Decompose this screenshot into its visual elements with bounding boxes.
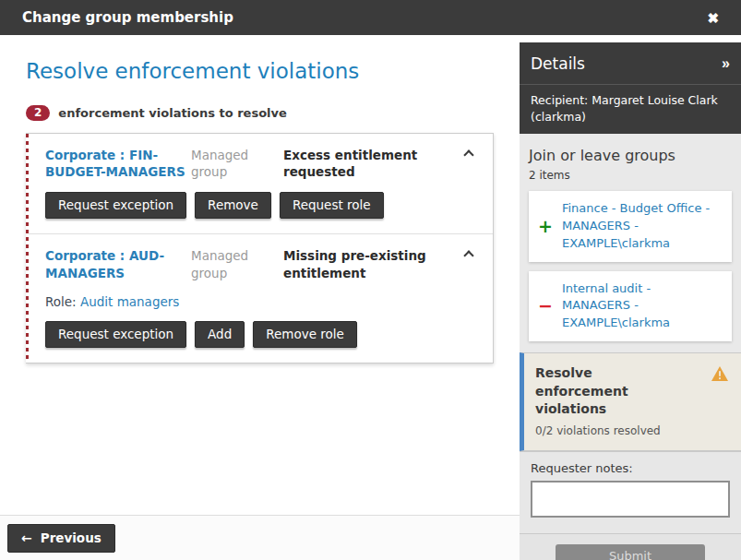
submit-bar: Submit: [520, 533, 741, 560]
back-arrow-icon: ←: [21, 530, 32, 545]
groups-section-title: Join or leave groups: [529, 147, 732, 164]
violation-message: Missing pre-existing entitlement: [283, 247, 460, 280]
violations-resolved-status: 0/2 violations resolved: [535, 424, 730, 437]
violation-message: Excess entitlement requested: [283, 147, 460, 180]
details-header: Details »: [520, 42, 741, 85]
collapse-violation-button[interactable]: [460, 247, 478, 262]
join-leave-groups-section: Join or leave groups 2 items + Finance -…: [520, 134, 741, 352]
add-button[interactable]: Add: [195, 321, 245, 348]
titlebar: Change group membership ✖: [0, 0, 741, 35]
violation-header: Corporate : FIN-BUDGET-MANAGERS Managed …: [45, 147, 478, 180]
chevron-up-icon: [463, 149, 473, 160]
dialog-body: Resolve enforcement violations 2 enforce…: [0, 35, 741, 560]
submit-button[interactable]: Submit: [556, 544, 705, 560]
request-exception-button[interactable]: Request exception: [45, 321, 186, 348]
close-icon: ✖: [707, 10, 719, 26]
resolve-violations-card[interactable]: Resolve enforcement violations 0/2 viola…: [520, 352, 741, 451]
group-link[interactable]: Corporate : FIN-BUDGET-MANAGERS: [45, 147, 191, 180]
violations-list: Corporate : FIN-BUDGET-MANAGERS Managed …: [26, 133, 494, 363]
collapse-sidebar-button[interactable]: »: [722, 55, 730, 72]
role-label: Role:: [45, 294, 77, 309]
main-column: Resolve enforcement violations 2 enforce…: [0, 35, 520, 560]
violation-header: Corporate : AUD-MANAGERS Managed group M…: [45, 247, 478, 280]
footer-bar: ← Previous: [0, 515, 520, 560]
violation-actions: Request exception Remove Request role: [45, 192, 478, 219]
change-group-membership-dialog: Change group membership ✖ Resolve enforc…: [0, 0, 741, 560]
group-card-label: Finance - Budget Office - MANAGERS - EXA…: [562, 200, 723, 253]
violation-actions: Request exception Add Remove role: [45, 321, 478, 348]
group-card-add[interactable]: + Finance - Budget Office - MANAGERS - E…: [529, 191, 732, 262]
group-type-label: Managed group: [191, 247, 283, 280]
group-type-label: Managed group: [191, 147, 283, 180]
details-sidebar: Details » Recipient: Margaret Louise Cla…: [520, 42, 741, 560]
plus-icon: +: [538, 218, 553, 235]
remove-role-button[interactable]: Remove role: [253, 321, 357, 348]
main-content: Resolve enforcement violations 2 enforce…: [0, 35, 520, 515]
dialog-title: Change group membership: [22, 9, 233, 26]
role-link[interactable]: Audit managers: [80, 294, 179, 309]
recipient-info: Recipient: Margaret Louise Clark (clarkm…: [520, 85, 741, 134]
warning-icon: [711, 366, 728, 381]
collapse-violation-button[interactable]: [460, 147, 478, 161]
close-button[interactable]: ✖: [707, 11, 719, 25]
resolve-violations-card-title: Resolve enforcement violations: [535, 364, 674, 419]
requester-notes-section: Requester notes:: [520, 451, 741, 533]
page-title: Resolve enforcement violations: [26, 59, 494, 83]
violations-count-badge: 2: [26, 105, 50, 121]
violation-item: Corporate : AUD-MANAGERS Managed group M…: [27, 233, 493, 362]
group-card-remove[interactable]: − Internal audit - MANAGERS - EXAMPLE\cl…: [529, 271, 732, 342]
groups-item-count: 2 items: [529, 169, 732, 182]
previous-button-label: Previous: [41, 530, 102, 545]
details-title: Details: [531, 54, 585, 73]
group-link[interactable]: Corporate : AUD-MANAGERS: [45, 247, 191, 280]
remove-button[interactable]: Remove: [195, 192, 271, 219]
requester-notes-input[interactable]: [531, 481, 730, 518]
request-exception-button[interactable]: Request exception: [45, 192, 186, 219]
role-row: Role: Audit managers: [45, 294, 478, 309]
requester-notes-label: Requester notes:: [531, 461, 730, 475]
chevron-double-right-icon: »: [722, 55, 730, 71]
violation-item: Corporate : FIN-BUDGET-MANAGERS Managed …: [27, 134, 493, 233]
previous-button[interactable]: ← Previous: [7, 524, 115, 553]
violations-summary-row: 2 enforcement violations to resolve: [26, 105, 494, 121]
violations-summary-text: enforcement violations to resolve: [58, 106, 286, 120]
minus-icon: −: [538, 297, 553, 315]
request-role-button[interactable]: Request role: [280, 192, 384, 219]
chevron-up-icon: [463, 250, 473, 260]
group-card-label: Internal audit - MANAGERS - EXAMPLE\clar…: [562, 280, 723, 333]
